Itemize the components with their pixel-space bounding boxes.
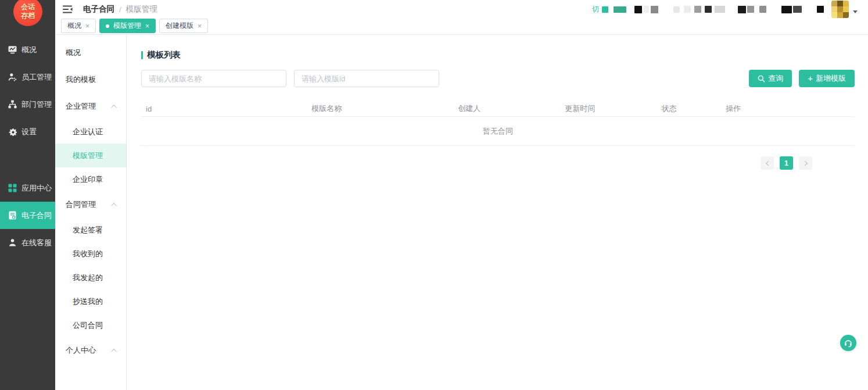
chevron-right-icon <box>802 160 807 165</box>
tab-label: 模版管理 <box>113 21 141 31</box>
menu-item-template-management[interactable]: 模版管理 <box>55 144 126 167</box>
support-person-icon <box>8 238 17 247</box>
close-icon[interactable]: × <box>198 23 202 30</box>
breadcrumb-section[interactable]: 电子合同 <box>83 4 114 15</box>
prev-page-button[interactable] <box>761 156 774 170</box>
menu-item-label: 我收到的 <box>73 249 103 259</box>
menu-item-initiate-signing[interactable]: 发起签署 <box>55 218 126 242</box>
avatar[interactable] <box>831 1 849 18</box>
tab-template-management[interactable]: 模版管理 × <box>99 19 156 33</box>
tab-create-template[interactable]: 创建模版 × <box>159 19 208 33</box>
title-accent-bar <box>141 51 143 59</box>
chevron-left-icon <box>766 160 770 165</box>
menu-item-overview[interactable]: 概况 <box>55 40 126 66</box>
chevron-down-icon[interactable] <box>853 10 858 13</box>
next-page-button[interactable] <box>799 156 812 170</box>
menu-item-my-templates[interactable]: 我的模板 <box>55 66 126 93</box>
main-content: 模板列表 查询 + 新增模版 <box>127 35 868 390</box>
sidebar-item-online-support[interactable]: 在线客服 <box>0 229 55 256</box>
menu-item-label: 企业认证 <box>73 127 103 137</box>
section-title-text: 模板列表 <box>147 49 181 60</box>
menu-item-enterprise-certification[interactable]: 企业认证 <box>55 120 126 144</box>
org-chart-icon <box>8 100 17 109</box>
employees-icon <box>8 73 17 81</box>
topbar: 电子合同 / 模版管理 切 <box>55 0 868 19</box>
menu-item-company-contracts[interactable]: 公司合同 <box>55 313 126 337</box>
column-header-id: id <box>141 105 241 113</box>
right-pane: 电子合同 / 模版管理 切 概况 × 模版管理 × 创建 <box>55 0 868 390</box>
chevron-up-icon <box>111 104 117 110</box>
sidebar-item-label: 在线客服 <box>21 238 52 248</box>
column-header-actions: 操作 <box>705 103 762 114</box>
menu-group-enterprise-management[interactable]: 企业管理 <box>55 93 126 120</box>
topbar-right: 切 <box>592 1 858 18</box>
sidebar-item-settings[interactable]: 设置 <box>0 118 55 145</box>
menu-fold-icon[interactable] <box>63 5 73 13</box>
sidebar-item-label: 应用中心 <box>21 183 52 194</box>
tab-label: 创建模版 <box>166 21 193 31</box>
customer-service-fab[interactable] <box>840 335 856 351</box>
app-grid-icon <box>8 184 17 192</box>
headset-icon <box>844 338 853 348</box>
menu-item-label: 公司合同 <box>73 320 103 331</box>
sidebar-item-departments[interactable]: 部门管理 <box>0 91 55 118</box>
add-template-button[interactable]: + 新增模版 <box>799 70 855 87</box>
menu-item-enterprise-seal[interactable]: 企业印章 <box>55 167 126 191</box>
menu-item-cc-to-me[interactable]: 抄送我的 <box>55 289 126 313</box>
sidebar-item-app-center[interactable]: 应用中心 <box>0 174 55 202</box>
menu-group-label: 个人中心 <box>66 345 96 356</box>
logo-wrap: 会话 存档 <box>0 0 55 36</box>
sidebar-item-overview[interactable]: 概况 <box>0 36 55 63</box>
menu-group-label: 合同管理 <box>66 199 96 210</box>
filter-row: 查询 + 新增模版 <box>141 70 855 87</box>
pagination: 1 <box>141 156 855 170</box>
breadcrumb: 电子合同 / 模版管理 <box>83 4 157 15</box>
sidebar-item-label: 员工管理 <box>21 72 52 83</box>
search-button[interactable]: 查询 <box>749 70 792 87</box>
template-name-input[interactable] <box>141 70 286 87</box>
template-id-input[interactable] <box>294 70 439 87</box>
logo-line1: 会话 <box>21 3 35 12</box>
section-title: 模板列表 <box>141 49 855 60</box>
sidebar-item-label: 概况 <box>21 45 37 55</box>
table-header-row: id 模版名称 创建人 更新时间 状态 操作 <box>141 101 855 117</box>
chevron-up-icon <box>111 348 117 354</box>
module-sidebar: 概况 我的模板 企业管理 企业认证 模版管理 企业印章 <box>55 35 127 390</box>
add-template-label: 新增模版 <box>816 73 846 84</box>
tab-overview[interactable]: 概况 × <box>61 19 96 33</box>
menu-item-label: 发起签署 <box>73 225 103 235</box>
body-row: 概况 我的模板 企业管理 企业认证 模版管理 企业印章 <box>55 35 868 390</box>
sidebar-item-employees[interactable]: 员工管理 <box>0 63 55 91</box>
app-logo[interactable]: 会话 存档 <box>13 0 42 26</box>
page-1-button[interactable]: 1 <box>780 156 793 170</box>
sidebar-item-econtract[interactable]: 电子合同 <box>0 202 55 229</box>
active-dot-icon <box>106 24 109 28</box>
close-icon[interactable]: × <box>145 23 149 30</box>
column-header-template-name: 模版名称 <box>241 103 413 114</box>
contract-doc-icon <box>8 211 17 220</box>
menu-item-label: 概况 <box>66 48 81 58</box>
search-button-label: 查询 <box>768 73 783 84</box>
column-header-status: 状态 <box>633 103 705 114</box>
gear-icon <box>8 127 17 136</box>
sidebar-item-label: 电子合同 <box>21 210 52 221</box>
menu-group-contract-management[interactable]: 合同管理 <box>55 191 126 218</box>
chevron-up-icon <box>111 202 117 208</box>
redacted-blocks <box>599 6 824 13</box>
app-window: 会话 存档 概况 员工管理 部门管理 设置 <box>0 0 868 390</box>
menu-item-label: 模版管理 <box>73 151 103 161</box>
menu-item-label: 企业印章 <box>73 174 103 185</box>
column-header-update-time: 更新时间 <box>526 103 633 114</box>
menu-item-received[interactable]: 我收到的 <box>55 242 126 266</box>
menu-item-initiated-by-me[interactable]: 我发起的 <box>55 266 126 289</box>
menu-group-label: 企业管理 <box>66 101 96 112</box>
menu-item-label: 抄送我的 <box>73 296 103 307</box>
template-table: id 模版名称 创建人 更新时间 状态 操作 暂无合同 <box>141 101 855 146</box>
menu-group-personal-center[interactable]: 个人中心 <box>55 337 126 364</box>
menu-item-label: 我发起的 <box>73 273 103 283</box>
close-icon[interactable]: × <box>85 23 89 30</box>
logo-line2: 存档 <box>21 12 35 20</box>
menu-item-label: 我的模板 <box>66 74 96 85</box>
column-header-creator: 创建人 <box>413 103 526 114</box>
dashboard-icon <box>8 45 17 54</box>
